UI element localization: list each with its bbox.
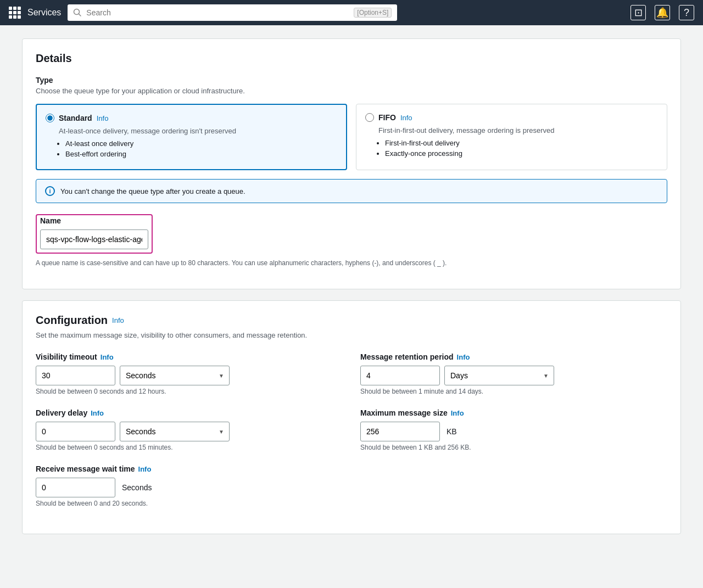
- message-retention-unit-wrapper: Minutes Hours Days: [444, 366, 554, 385]
- standard-bullets: At-least once delivery Best-effort order…: [65, 139, 337, 158]
- services-label[interactable]: Services: [27, 8, 61, 18]
- receive-wait-time-unit: Seconds: [122, 483, 152, 492]
- max-message-size-field: Maximum message size Info KB Should be b…: [360, 408, 667, 451]
- delivery-delay-label: Delivery delay Info: [36, 408, 343, 417]
- max-message-size-label: Maximum message size Info: [360, 408, 667, 417]
- help-icon[interactable]: ?: [679, 5, 694, 20]
- name-label-wrapper: Name: [36, 214, 153, 254]
- standard-name: Standard: [59, 114, 92, 122]
- queue-type-warning: You can't change the queue type after yo…: [60, 187, 246, 195]
- delivery-delay-info[interactable]: Info: [91, 409, 104, 417]
- delivery-delay-unit-select[interactable]: Seconds Minutes: [120, 422, 230, 441]
- config-title: Configuration: [36, 314, 108, 327]
- config-info-link[interactable]: Info: [112, 316, 124, 324]
- terminal-icon[interactable]: ⊡: [631, 5, 646, 20]
- visibility-timeout-label: Visibility timeout Info: [36, 352, 343, 361]
- delivery-delay-field: Delivery delay Info Seconds Minutes Shou…: [36, 408, 343, 451]
- delivery-delay-input[interactable]: [36, 422, 115, 441]
- bell-icon[interactable]: 🔔: [655, 5, 670, 20]
- queue-name-input[interactable]: [40, 229, 148, 249]
- message-retention-input[interactable]: [360, 366, 440, 385]
- svg-line-1: [79, 14, 81, 16]
- type-description: Choose the queue type for your applicati…: [36, 87, 667, 95]
- visibility-timeout-info[interactable]: Info: [101, 353, 114, 361]
- configuration-section: Configuration Info Set the maximum messa…: [22, 300, 681, 534]
- visibility-timeout-unit-wrapper: Seconds Minutes Hours: [120, 366, 230, 385]
- message-retention-label: Message retention period Info: [360, 352, 667, 361]
- fifo-bullets: First-in-first-out delivery Exactly-once…: [385, 139, 658, 158]
- fifo-bullet-1: First-in-first-out delivery: [385, 139, 658, 147]
- queue-type-grid: Standard Info At-least-once delivery, me…: [36, 104, 667, 170]
- delivery-delay-hint: Should be between 0 seconds and 15 minut…: [36, 444, 343, 451]
- search-input[interactable]: [86, 8, 349, 17]
- standard-header: Standard Info: [46, 114, 337, 122]
- search-icon: [73, 8, 82, 17]
- top-navigation: Services [Option+S] ⊡ 🔔 ?: [0, 0, 703, 25]
- config-grid: Visibility timeout Info Seconds Minutes …: [36, 352, 667, 520]
- config-left-column: Visibility timeout Info Seconds Minutes …: [36, 352, 343, 520]
- standard-info-link[interactable]: Info: [97, 114, 109, 122]
- receive-wait-time-info[interactable]: Info: [138, 465, 152, 473]
- visibility-timeout-unit-select[interactable]: Seconds Minutes Hours: [120, 366, 230, 385]
- visibility-timeout-input[interactable]: [36, 366, 115, 385]
- fifo-info-link[interactable]: Info: [400, 114, 412, 122]
- message-retention-info[interactable]: Info: [457, 353, 470, 361]
- visibility-timeout-field: Visibility timeout Info Seconds Minutes …: [36, 352, 343, 395]
- message-retention-input-row: Minutes Hours Days: [360, 366, 667, 385]
- config-right-column: Message retention period Info Minutes Ho…: [360, 352, 667, 520]
- details-title: Details: [36, 52, 667, 65]
- type-field-group: Type Choose the queue type for your appl…: [36, 76, 667, 203]
- main-content: Details Type Choose the queue type for y…: [11, 25, 692, 558]
- fifo-header: FIFO Info: [365, 113, 658, 122]
- search-shortcut: [Option+S]: [354, 8, 392, 18]
- max-message-size-info[interactable]: Info: [451, 409, 464, 417]
- details-section: Details Type Choose the queue type for y…: [22, 38, 681, 289]
- fifo-radio[interactable]: [365, 113, 374, 122]
- delivery-delay-unit-wrapper: Seconds Minutes: [120, 422, 230, 441]
- nav-icon-group: ⊡ 🔔 ?: [631, 5, 694, 20]
- standard-radio[interactable]: [46, 114, 54, 122]
- max-message-size-unit: KB: [447, 427, 457, 436]
- queue-type-info-banner: i You can't change the queue type after …: [36, 179, 667, 203]
- message-retention-hint: Should be between 1 minute and 14 days.: [360, 388, 667, 395]
- receive-wait-time-hint: Should be between 0 and 20 seconds.: [36, 500, 343, 507]
- grid-menu-icon[interactable]: [9, 7, 21, 19]
- receive-wait-time-input-row: Seconds: [36, 478, 343, 497]
- max-message-size-hint: Should be between 1 KB and 256 KB.: [360, 444, 667, 451]
- info-circle-icon: i: [45, 186, 55, 196]
- type-label: Type: [36, 76, 667, 85]
- receive-wait-time-label: Receive message wait time Info: [36, 464, 343, 473]
- config-description: Set the maximum message size, visibility…: [36, 331, 667, 339]
- fifo-bullet-2: Exactly-once processing: [385, 149, 658, 158]
- config-title-row: Configuration Info: [36, 314, 667, 327]
- fifo-tagline: First-in-first-out delivery, message ord…: [378, 126, 658, 135]
- visibility-timeout-hint: Should be between 0 seconds and 12 hours…: [36, 388, 343, 395]
- max-message-size-input[interactable]: [360, 422, 440, 441]
- standard-bullet-2: Best-effort ordering: [65, 150, 337, 158]
- max-message-size-input-row: KB: [360, 422, 667, 441]
- name-field-group: Name A queue name is case-sensitive and …: [36, 214, 667, 267]
- receive-wait-time-field: Receive message wait time Info Seconds S…: [36, 464, 343, 507]
- name-label: Name: [40, 216, 148, 225]
- fifo-queue-card[interactable]: FIFO Info First-in-first-out delivery, m…: [356, 104, 667, 170]
- name-hint: A queue name is case-sensitive and can h…: [36, 259, 667, 267]
- standard-bullet-1: At-least once delivery: [65, 139, 337, 148]
- receive-wait-time-input[interactable]: [36, 478, 115, 497]
- fifo-name: FIFO: [378, 113, 396, 122]
- message-retention-field: Message retention period Info Minutes Ho…: [360, 352, 667, 395]
- visibility-timeout-input-row: Seconds Minutes Hours: [36, 366, 343, 385]
- message-retention-unit-select[interactable]: Minutes Hours Days: [444, 366, 554, 385]
- standard-tagline: At-least-once delivery, message ordering…: [59, 127, 337, 135]
- standard-queue-card[interactable]: Standard Info At-least-once delivery, me…: [36, 104, 347, 170]
- delivery-delay-input-row: Seconds Minutes: [36, 422, 343, 441]
- search-bar: [Option+S]: [68, 4, 397, 21]
